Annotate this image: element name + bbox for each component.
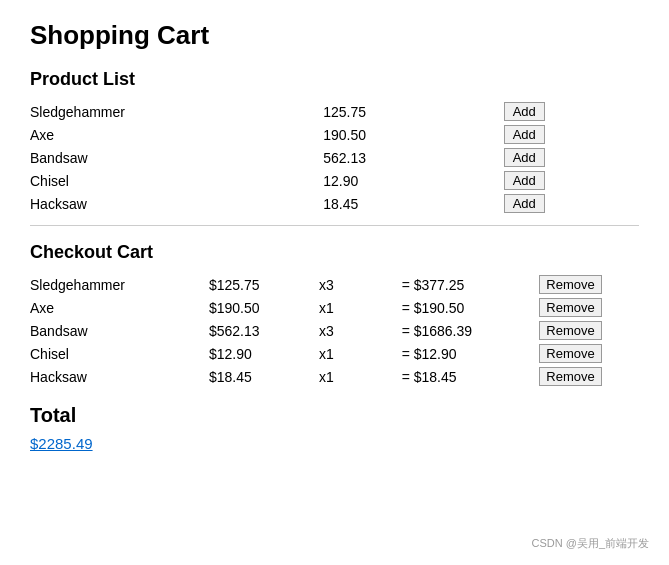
add-button-cell: Add: [504, 100, 639, 123]
checkout-row: Bandsaw $562.13 x3 = $1686.39 Remove: [30, 319, 639, 342]
product-list-heading: Product List: [30, 69, 639, 90]
product-list-row: Hacksaw 18.45 Add: [30, 192, 639, 215]
product-price: 18.45: [323, 192, 503, 215]
checkout-unit-price: $190.50: [209, 296, 319, 319]
page-title: Shopping Cart: [30, 20, 639, 51]
remove-button[interactable]: Remove: [539, 344, 601, 363]
add-button-cell: Add: [504, 192, 639, 215]
product-name: Chisel: [30, 169, 323, 192]
checkout-unit-price: $562.13: [209, 319, 319, 342]
remove-button-cell: Remove: [539, 319, 639, 342]
checkout-qty: x3: [319, 273, 402, 296]
product-price: 190.50: [323, 123, 503, 146]
add-button-cell: Add: [504, 146, 639, 169]
checkout-unit-price: $12.90: [209, 342, 319, 365]
checkout-total: = $12.90: [402, 342, 540, 365]
product-name: Sledgehammer: [30, 100, 323, 123]
total-section: Total $2285.49: [30, 404, 639, 452]
checkout-qty: x3: [319, 319, 402, 342]
total-value-link[interactable]: $2285.49: [30, 435, 93, 452]
product-name: Hacksaw: [30, 192, 323, 215]
product-price: 125.75: [323, 100, 503, 123]
product-list-row: Axe 190.50 Add: [30, 123, 639, 146]
checkout-qty: x1: [319, 365, 402, 388]
checkout-name: Bandsaw: [30, 319, 209, 342]
add-button[interactable]: Add: [504, 171, 545, 190]
checkout-name: Chisel: [30, 342, 209, 365]
product-name: Axe: [30, 123, 323, 146]
add-button[interactable]: Add: [504, 125, 545, 144]
checkout-total: = $18.45: [402, 365, 540, 388]
checkout-table: Sledgehammer $125.75 x3 = $377.25 Remove…: [30, 273, 639, 388]
checkout-row: Chisel $12.90 x1 = $12.90 Remove: [30, 342, 639, 365]
product-list-row: Bandsaw 562.13 Add: [30, 146, 639, 169]
add-button-cell: Add: [504, 169, 639, 192]
add-button-cell: Add: [504, 123, 639, 146]
product-list-row: Sledgehammer 125.75 Add: [30, 100, 639, 123]
checkout-name: Axe: [30, 296, 209, 319]
checkout-qty: x1: [319, 342, 402, 365]
checkout-unit-price: $18.45: [209, 365, 319, 388]
product-list-row: Chisel 12.90 Add: [30, 169, 639, 192]
remove-button-cell: Remove: [539, 365, 639, 388]
remove-button[interactable]: Remove: [539, 298, 601, 317]
product-price: 12.90: [323, 169, 503, 192]
remove-button[interactable]: Remove: [539, 321, 601, 340]
remove-button-cell: Remove: [539, 273, 639, 296]
checkout-row: Axe $190.50 x1 = $190.50 Remove: [30, 296, 639, 319]
add-button[interactable]: Add: [504, 194, 545, 213]
remove-button-cell: Remove: [539, 342, 639, 365]
watermark: CSDN @吴用_前端开发: [531, 536, 649, 551]
checkout-row: Hacksaw $18.45 x1 = $18.45 Remove: [30, 365, 639, 388]
remove-button[interactable]: Remove: [539, 275, 601, 294]
checkout-section: Checkout Cart Sledgehammer $125.75 x3 = …: [30, 242, 639, 388]
product-list-table: Sledgehammer 125.75 Add Axe 190.50 Add B…: [30, 100, 639, 215]
checkout-qty: x1: [319, 296, 402, 319]
checkout-total: = $1686.39: [402, 319, 540, 342]
checkout-unit-price: $125.75: [209, 273, 319, 296]
remove-button[interactable]: Remove: [539, 367, 601, 386]
checkout-total: = $377.25: [402, 273, 540, 296]
checkout-name: Hacksaw: [30, 365, 209, 388]
checkout-cart-heading: Checkout Cart: [30, 242, 639, 263]
checkout-row: Sledgehammer $125.75 x3 = $377.25 Remove: [30, 273, 639, 296]
add-button[interactable]: Add: [504, 148, 545, 167]
checkout-total: = $190.50: [402, 296, 540, 319]
remove-button-cell: Remove: [539, 296, 639, 319]
product-list-section: Product List Sledgehammer 125.75 Add Axe…: [30, 69, 639, 215]
checkout-name: Sledgehammer: [30, 273, 209, 296]
product-name: Bandsaw: [30, 146, 323, 169]
add-button[interactable]: Add: [504, 102, 545, 121]
divider: [30, 225, 639, 226]
total-heading: Total: [30, 404, 639, 427]
product-price: 562.13: [323, 146, 503, 169]
